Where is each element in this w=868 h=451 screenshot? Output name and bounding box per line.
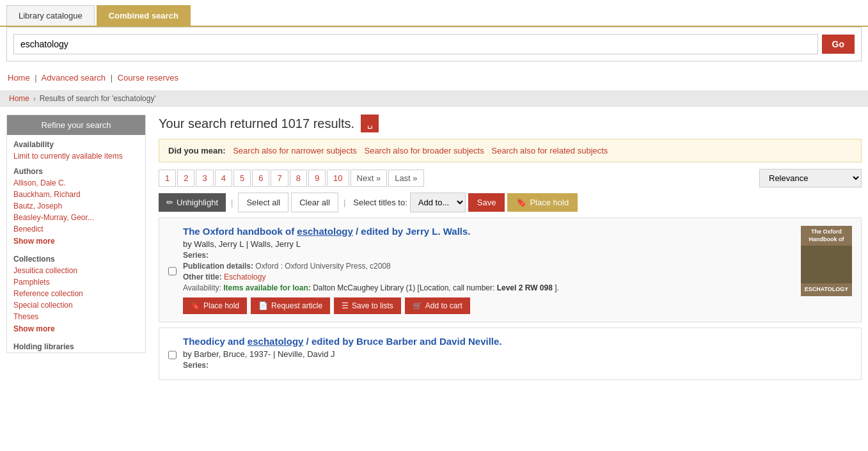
- sidebar-availability-label: Availability: [7, 135, 145, 150]
- page-2[interactable]: 2: [177, 170, 194, 187]
- bookmark-icon-1: 🔖: [191, 301, 200, 310]
- save-button[interactable]: Save: [468, 193, 505, 212]
- result-1-thumbnail: The Oxford Handbook of ESCHATOLOGY: [801, 226, 852, 296]
- main-layout: Refine your search Availability Limit to…: [0, 107, 868, 385]
- result-1-author: by Walls, Jerry L | Walls, Jerry L: [183, 239, 794, 249]
- search-input[interactable]: [13, 34, 818, 54]
- page-5[interactable]: 5: [233, 170, 251, 187]
- result-item-1: The Oxford handbook of eschatology / edi…: [159, 218, 862, 322]
- sidebar-collection-5[interactable]: Theses: [7, 311, 145, 322]
- page-9[interactable]: 9: [308, 170, 326, 187]
- search-button[interactable]: Go: [822, 35, 855, 54]
- result-1-checkbox[interactable]: [168, 228, 177, 314]
- result-1-series: Series:: [183, 251, 794, 260]
- nav-courses[interactable]: Course reserves: [118, 73, 178, 83]
- cart-icon: 🛒: [413, 301, 422, 310]
- page-last[interactable]: Last »: [388, 170, 423, 187]
- sidebar-authors-show-more[interactable]: Show more: [7, 235, 145, 249]
- sidebar-title: Refine your search: [7, 115, 145, 135]
- sidebar-collections-show-more[interactable]: Show more: [7, 322, 145, 337]
- clear-all-button[interactable]: Clear all: [291, 193, 338, 212]
- page-6[interactable]: 6: [252, 170, 269, 187]
- unhighlight-button[interactable]: ✏ Unhighlight: [159, 193, 226, 212]
- sidebar-libraries-label: Holding libraries: [7, 337, 145, 352]
- did-you-mean-label: Did you mean:: [168, 146, 226, 155]
- results-count: Your search returned 1017 results.: [159, 116, 354, 131]
- result-1-place-hold-button[interactable]: 🔖 Place hold: [183, 297, 247, 314]
- tab-combined[interactable]: Combined search: [97, 5, 191, 26]
- result-1-avail: Availability: Items available for loan: …: [183, 283, 794, 292]
- did-you-mean-box: Did you mean: Search also for narrower s…: [159, 139, 862, 162]
- result-1-pub: Publication details: Oxford : Oxford Uni…: [183, 262, 794, 271]
- rss-button[interactable]: ␣: [361, 115, 379, 132]
- sidebar-collection-1[interactable]: Jesuitica collection: [7, 265, 145, 276]
- article-icon: 📄: [258, 301, 268, 310]
- sidebar-collection-4[interactable]: Special collection: [7, 299, 145, 311]
- tabs-bar: Library catalogue Combined search: [0, 0, 868, 27]
- page-10[interactable]: 10: [327, 170, 349, 187]
- pagination: 1 2 3 4 5 6 7 8 9 10 Next » Last »: [159, 170, 424, 187]
- result-2-checkbox[interactable]: [168, 338, 177, 372]
- sidebar-author-3[interactable]: Bautz, Joseph: [7, 200, 145, 212]
- result-2-title[interactable]: Theodicy and eschatology / edited by Bru…: [183, 336, 852, 347]
- sidebar-author-4[interactable]: Beasley-Murray, Geor...: [7, 212, 145, 223]
- sidebar-collection-3[interactable]: Reference collection: [7, 288, 145, 299]
- nav-advanced[interactable]: Advanced search: [42, 73, 106, 83]
- nav-home[interactable]: Home: [8, 73, 30, 83]
- broader-subjects-link[interactable]: Search also for broader subjects: [364, 146, 484, 155]
- page-3[interactable]: 3: [196, 170, 213, 187]
- toolbar: ✏ Unhighlight | Select all Clear all | S…: [159, 193, 862, 212]
- page-8[interactable]: 8: [290, 170, 307, 187]
- add-to-select[interactable]: Add to...: [410, 193, 466, 212]
- sidebar-authors-label: Authors: [7, 162, 145, 177]
- result-1-request-button[interactable]: 📄 Request article: [251, 297, 330, 314]
- result-1-add-cart-button[interactable]: 🛒 Add to cart: [405, 297, 470, 314]
- page-4[interactable]: 4: [215, 170, 232, 187]
- result-2-author: by Barber, Bruce, 1937- | Neville, David…: [183, 349, 852, 359]
- result-item-2: Theodicy and eschatology / edited by Bru…: [159, 328, 862, 380]
- result-1-actions: 🔖 Place hold 📄 Request article ☰ Save to…: [183, 297, 794, 314]
- result-1-title[interactable]: The Oxford handbook of eschatology / edi…: [183, 226, 794, 237]
- related-subjects-link[interactable]: Search also for related subjects: [491, 146, 608, 155]
- narrower-subjects-link[interactable]: Search also for narrower subjects: [233, 146, 357, 155]
- page-1[interactable]: 1: [159, 170, 176, 187]
- sidebar-collection-2[interactable]: Pamphlets: [7, 276, 145, 288]
- page-next[interactable]: Next »: [351, 170, 388, 187]
- pencil-icon: ✏: [166, 198, 173, 207]
- place-hold-top-button[interactable]: 🔖 Place hold: [507, 193, 578, 212]
- sidebar-collections-label: Collections: [7, 249, 145, 265]
- tab-library[interactable]: Library catalogue: [6, 5, 95, 26]
- sidebar-author-5[interactable]: Benedict: [7, 223, 145, 235]
- nav-links: Home | Advanced search | Course reserves: [0, 68, 868, 90]
- breadcrumb: Home › Results of search for 'eschatolog…: [0, 90, 868, 107]
- search-bar: Go: [6, 27, 862, 61]
- result-2-series: Series:: [183, 361, 852, 370]
- page-7[interactable]: 7: [271, 170, 288, 187]
- result-1-other: Other title: Eschatology: [183, 273, 794, 281]
- breadcrumb-home[interactable]: Home: [9, 94, 29, 103]
- sidebar-availability-link[interactable]: Limit to currently available items: [7, 150, 145, 162]
- breadcrumb-current: Results of search for 'eschatology': [40, 94, 156, 103]
- select-titles-label: Select titles to:: [353, 198, 407, 207]
- sidebar-author-1[interactable]: Allison, Dale C.: [7, 177, 145, 189]
- sidebar-author-2[interactable]: Bauckham, Richard: [7, 189, 145, 200]
- sidebar: Refine your search Availability Limit to…: [6, 115, 146, 353]
- results-area: Your search returned 1017 results. ␣ Did…: [152, 107, 868, 385]
- results-header: Your search returned 1017 results. ␣: [159, 115, 862, 132]
- bookmark-icon: 🔖: [516, 198, 526, 207]
- result-1-save-list-button[interactable]: ☰ Save to lists: [334, 297, 401, 314]
- sort-select[interactable]: Relevance Author Title Date ascending Da…: [759, 169, 862, 187]
- pagination-row: 1 2 3 4 5 6 7 8 9 10 Next » Last » Relev…: [159, 169, 862, 187]
- result-1-other-link[interactable]: Eschatology: [224, 273, 265, 281]
- list-icon: ☰: [342, 301, 349, 310]
- select-all-button[interactable]: Select all: [238, 193, 288, 212]
